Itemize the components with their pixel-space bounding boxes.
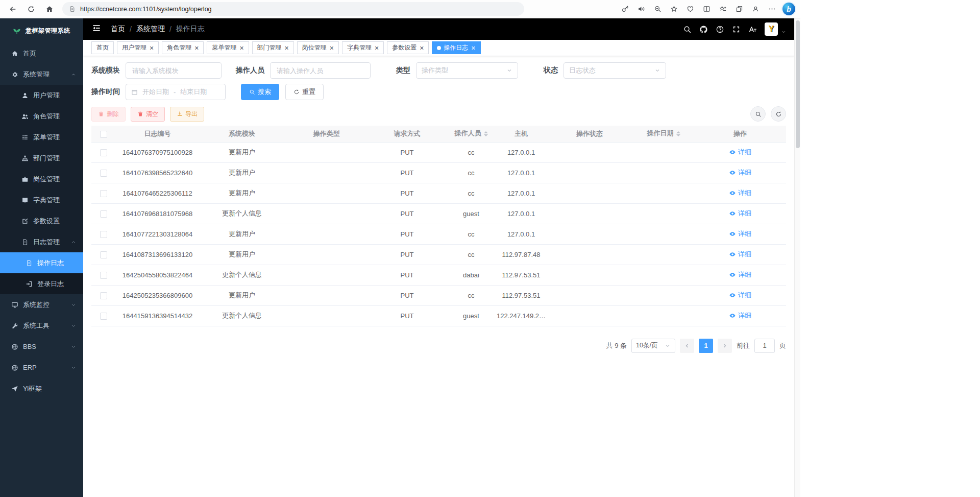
type-select[interactable]: 操作类型	[416, 62, 518, 79]
sort-carets[interactable]	[484, 129, 488, 138]
tab[interactable]: 参数设置×	[387, 41, 429, 54]
sidebar-item[interactable]: 登录日志	[0, 273, 83, 294]
scrollbar-thumb[interactable]	[796, 20, 800, 148]
detail-link[interactable]: 详细	[729, 209, 751, 218]
tab-close-icon[interactable]: ×	[285, 44, 289, 52]
date-range-input[interactable]: 开始日期 - 结束日期	[126, 84, 226, 100]
search-button[interactable]: 搜索	[241, 84, 279, 100]
detail-link[interactable]: 详细	[729, 311, 751, 320]
row-checkbox[interactable]	[100, 170, 107, 177]
sort-asc-icon[interactable]	[676, 129, 680, 133]
sidebar-item[interactable]: ERP	[0, 357, 83, 378]
page-size-select[interactable]: 10条/页	[631, 339, 675, 353]
reset-button[interactable]: 重置	[285, 84, 324, 100]
url-text[interactable]: https://ccnetcore.com:1101/system/log/op…	[80, 6, 212, 13]
page-number-button[interactable]: 1	[699, 339, 713, 353]
toggle-search-button[interactable]	[750, 106, 766, 122]
sidebar-item[interactable]: 系统监控	[0, 294, 83, 315]
module-input[interactable]	[126, 62, 222, 79]
collapse-sidebar-button[interactable]	[91, 23, 104, 35]
export-button[interactable]: 导出	[170, 107, 204, 122]
sort-carets[interactable]	[676, 129, 680, 138]
row-checkbox[interactable]	[100, 251, 107, 258]
search-button[interactable]	[683, 25, 692, 34]
detail-link[interactable]: 详细	[729, 250, 751, 259]
tab-close-icon[interactable]: ×	[150, 44, 154, 52]
sidebar-item[interactable]: 部门管理	[0, 148, 83, 169]
row-checkbox[interactable]	[100, 210, 107, 218]
help-button[interactable]	[716, 25, 724, 34]
sidebar-item[interactable]: 参数设置	[0, 210, 83, 231]
sidebar-item[interactable]: Yi框架	[0, 378, 83, 399]
tab[interactable]: 角色管理×	[162, 41, 204, 54]
tab-close-icon[interactable]: ×	[471, 44, 475, 52]
home-button[interactable]	[42, 2, 57, 16]
refresh-table-button[interactable]	[771, 106, 786, 122]
sidebar-item[interactable]: 字典管理	[0, 190, 83, 210]
collections-button[interactable]	[731, 2, 747, 16]
window-scrollbar[interactable]	[794, 18, 800, 497]
goto-page-input[interactable]	[754, 339, 775, 353]
tab-close-icon[interactable]: ×	[194, 44, 199, 52]
detail-link[interactable]: 详细	[729, 291, 751, 300]
github-button[interactable]	[699, 25, 708, 34]
delete-button[interactable]: 删除	[91, 107, 126, 122]
sidebar-item[interactable]: 系统管理	[0, 64, 83, 85]
tab-close-icon[interactable]: ×	[375, 44, 379, 52]
site-info-icon[interactable]	[69, 6, 76, 12]
bing-icon[interactable]: b	[782, 3, 795, 15]
profile-button[interactable]	[748, 2, 763, 16]
row-checkbox[interactable]	[100, 292, 107, 299]
tab-close-icon[interactable]: ×	[330, 44, 334, 52]
row-checkbox[interactable]	[100, 149, 107, 156]
url-bar[interactable]: https://ccnetcore.com:1101/system/log/op…	[62, 2, 524, 16]
detail-link[interactable]: 详细	[729, 188, 751, 198]
tab[interactable]: 用户管理×	[117, 41, 159, 54]
brand-logo[interactable]: Y	[765, 22, 778, 36]
tab[interactable]: 首页	[91, 41, 114, 54]
font-size-button[interactable]	[748, 25, 757, 34]
more-button[interactable]	[764, 2, 779, 16]
favorites-button[interactable]	[715, 2, 730, 16]
back-button[interactable]	[5, 2, 20, 16]
sort-desc-icon[interactable]	[484, 134, 488, 138]
detail-link[interactable]: 详细	[729, 168, 751, 177]
zoom-out-button[interactable]	[650, 2, 665, 16]
clear-button[interactable]: 清空	[131, 107, 165, 122]
sidebar-item[interactable]: 岗位管理	[0, 169, 83, 190]
sidebar-item[interactable]: 日志管理	[0, 231, 83, 252]
tab[interactable]: 岗位管理×	[297, 41, 339, 54]
select-all-checkbox[interactable]	[100, 131, 107, 138]
breadcrumb-item[interactable]: 系统管理	[136, 25, 165, 34]
row-checkbox[interactable]	[100, 190, 107, 197]
app-logo[interactable]: 意框架管理系统	[0, 18, 83, 43]
row-checkbox[interactable]	[100, 313, 107, 320]
operator-input[interactable]	[270, 62, 371, 79]
sidebar-item[interactable]: 首页	[0, 43, 83, 64]
fullscreen-button[interactable]	[732, 25, 741, 34]
sort-desc-icon[interactable]	[676, 134, 680, 138]
tab[interactable]: 字典管理×	[342, 41, 384, 54]
start-date-placeholder[interactable]: 开始日期	[142, 87, 169, 97]
tab-close-icon[interactable]: ×	[420, 44, 424, 52]
breadcrumb-item[interactable]: 首页	[111, 25, 125, 34]
detail-link[interactable]: 详细	[729, 270, 751, 279]
sidebar-item[interactable]: BBS	[0, 336, 83, 357]
refresh-button[interactable]	[23, 2, 39, 16]
end-date-placeholder[interactable]: 结束日期	[180, 87, 207, 97]
sidebar-item[interactable]: 角色管理	[0, 106, 83, 127]
prev-page-button[interactable]	[680, 339, 694, 353]
key-button[interactable]	[617, 2, 632, 16]
tab[interactable]: 操作日志×	[432, 41, 480, 54]
sidebar-item[interactable]: 菜单管理	[0, 127, 83, 148]
tab[interactable]: 菜单管理×	[207, 41, 249, 54]
sidebar-item[interactable]: 操作日志	[0, 252, 83, 273]
split-screen-button[interactable]	[699, 2, 714, 16]
browser-essentials-button[interactable]	[682, 2, 698, 16]
sidebar-item[interactable]: 用户管理	[0, 85, 83, 106]
sort-asc-icon[interactable]	[484, 129, 488, 133]
sidebar-item[interactable]: 系统工具	[0, 315, 83, 336]
detail-link[interactable]: 详细	[729, 148, 751, 157]
row-checkbox[interactable]	[100, 231, 107, 238]
next-page-button[interactable]	[718, 339, 732, 353]
